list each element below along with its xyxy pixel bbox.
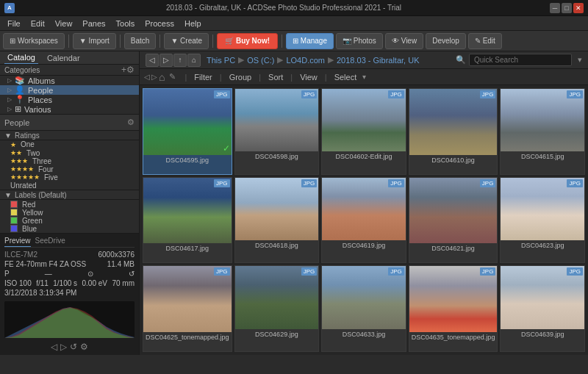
rating-unrated[interactable]: Unrated bbox=[0, 181, 139, 190]
breadcrumb-folder[interactable]: 2018.03 - Gibraltar, UK bbox=[337, 56, 420, 65]
categories-label: Categories bbox=[4, 66, 121, 74]
ratings-header[interactable]: ▼ Ratings bbox=[0, 130, 139, 140]
photo-thumbnail: JPG bbox=[235, 89, 319, 151]
sort-btn[interactable]: Sort bbox=[264, 72, 287, 82]
buy-now-button[interactable]: 🛒 Buy Now! bbox=[217, 33, 278, 49]
create-button[interactable]: ▼ Create bbox=[164, 33, 209, 49]
preview-tabs: Preview SeeDrive bbox=[4, 237, 135, 248]
filter-btn[interactable]: Filter bbox=[190, 72, 216, 82]
nav-back-button[interactable]: ◁ bbox=[146, 54, 159, 67]
menu-file[interactable]: File bbox=[3, 18, 25, 29]
photo-cell[interactable]: JPGDSC04617.jpg bbox=[143, 177, 232, 264]
preview-refresh[interactable]: ↺ bbox=[70, 342, 77, 352]
rating-five[interactable]: ★★★★★ Five bbox=[0, 173, 139, 181]
photo-cell[interactable]: JPGDSC04602-Edit.jpg bbox=[321, 88, 406, 175]
menu-help[interactable]: Help bbox=[180, 18, 206, 29]
labels-header[interactable]: ▼ Labels (Default) bbox=[0, 190, 139, 200]
photo-cell[interactable]: JPGDSC04633.jpg bbox=[321, 265, 406, 352]
breadcrumb-thispc[interactable]: This PC bbox=[207, 56, 235, 65]
group-btn[interactable]: Group bbox=[225, 72, 257, 82]
rating-three[interactable]: ★★★ Three bbox=[0, 157, 139, 165]
label-yellow[interactable]: Yellow bbox=[0, 209, 139, 217]
photo-cell[interactable]: JPGDSC04615.jpg bbox=[500, 88, 585, 175]
preview-settings[interactable]: ⚙ bbox=[80, 342, 88, 352]
meta-camera-settings: ISO 100 f/11 1/100 s 0.00 eV 70 mm bbox=[4, 279, 135, 287]
nav-home-button[interactable]: ⌂ bbox=[187, 54, 201, 67]
menu-view[interactable]: View bbox=[51, 18, 77, 29]
photo-cell[interactable]: JPGDSC04610.jpg bbox=[409, 88, 498, 175]
workspaces-button[interactable]: ⊞ Workspaces bbox=[3, 33, 65, 49]
toolbar-sep-2 bbox=[120, 35, 121, 48]
nav-forward-button[interactable]: ▷ bbox=[159, 54, 173, 67]
photo-cell[interactable]: JPGDSC04623.jpg bbox=[500, 177, 585, 264]
photos-button[interactable]: 📷 Photos bbox=[336, 33, 383, 49]
rating-two[interactable]: ★★ Two bbox=[0, 148, 139, 157]
catalog-tab[interactable]: Catalog bbox=[4, 51, 38, 64]
breadcrumb-bar: ◁ ▷ ↑ ⌂ This PC ▶ OS (C:) ▶ LO4D.com ▶ 2… bbox=[140, 51, 588, 69]
photo-name: DSC04602-Edit.jpg bbox=[322, 151, 406, 162]
window-title: 2018.03 - Gibraltar, UK - ACDSee Photo S… bbox=[18, 4, 550, 12]
category-places[interactable]: ▷ 📍 Places bbox=[0, 95, 139, 104]
options-icon[interactable]: ▾ bbox=[578, 55, 582, 65]
categories-add-icon[interactable]: + bbox=[121, 65, 126, 75]
category-people[interactable]: ▷ 👤 People bbox=[0, 85, 139, 95]
preview-nav-next[interactable]: ▷ bbox=[60, 342, 67, 352]
people-gear-icon[interactable]: ⚙ bbox=[127, 118, 135, 127]
rating-one[interactable]: ★ One bbox=[0, 140, 139, 148]
photo-cell[interactable]: JPGDSC04629.jpg bbox=[234, 265, 320, 352]
photo-cell[interactable]: JPGDSC04639.jpg bbox=[500, 265, 585, 352]
select-btn[interactable]: Select bbox=[330, 72, 362, 82]
menu-process[interactable]: Process bbox=[140, 18, 179, 29]
seedrive-tab[interactable]: SeeDrive bbox=[35, 237, 65, 247]
menu-edit[interactable]: Edit bbox=[26, 18, 49, 29]
photo-cell[interactable]: JPGDSC04598.jpg bbox=[234, 88, 320, 175]
develop-button[interactable]: Develop bbox=[426, 33, 466, 49]
rating-four[interactable]: ★★★★ Four bbox=[0, 165, 139, 173]
menu-tools[interactable]: Tools bbox=[112, 18, 140, 29]
category-albums[interactable]: ▷ 📚 Albums bbox=[0, 76, 139, 85]
label-red[interactable]: Red bbox=[0, 200, 139, 208]
photo-thumbnail: JPG bbox=[322, 266, 406, 328]
photo-badge: JPG bbox=[214, 267, 230, 276]
view-button[interactable]: 👁 View bbox=[385, 33, 423, 49]
photo-cell[interactable]: JPGDSC04619.jpg bbox=[321, 177, 406, 264]
meta-date: 3/12/2018 3:19:34 PM bbox=[4, 289, 135, 297]
photo-cell[interactable]: JPGDSC04625_tonemapped.jpg bbox=[143, 265, 232, 352]
filter-dropdown-icon[interactable]: ▾ bbox=[362, 73, 366, 81]
maximize-button[interactable]: □ bbox=[562, 3, 572, 13]
view-btn[interactable]: View bbox=[295, 72, 322, 82]
preview-tab[interactable]: Preview bbox=[4, 237, 31, 247]
photo-cell[interactable]: JPGDSC04618.jpg bbox=[234, 177, 320, 264]
batch-button[interactable]: Batch bbox=[124, 33, 157, 49]
close-button[interactable]: ✕ bbox=[573, 3, 584, 13]
label-green[interactable]: Green bbox=[0, 217, 139, 225]
breadcrumb-osc[interactable]: OS (C:) bbox=[247, 56, 274, 65]
breadcrumb-lo4d[interactable]: LO4D.com bbox=[286, 56, 325, 65]
label-blue-color bbox=[10, 225, 18, 232]
nav-up-button[interactable]: ↑ bbox=[173, 54, 187, 67]
photo-badge: JPG bbox=[480, 267, 496, 276]
categories-gear-icon[interactable]: ⚙ bbox=[126, 65, 135, 75]
category-various[interactable]: ▷ ⊞ Various bbox=[0, 104, 139, 114]
preview-panel: Preview SeeDrive ILCE-7M2 6000x3376 FE 2… bbox=[0, 233, 139, 355]
calendar-tab[interactable]: Calendar bbox=[44, 52, 83, 64]
photo-cell[interactable]: JPG✓DSC04595.jpg bbox=[143, 88, 232, 175]
toolbar-sep-1 bbox=[68, 35, 69, 48]
label-green-color bbox=[10, 217, 18, 224]
photo-cell[interactable]: JPGDSC04635_tonemapped.jpg bbox=[409, 265, 498, 352]
manage-button[interactable]: ⊞ Manage bbox=[286, 33, 334, 49]
photo-cell[interactable]: JPGDSC04621.jpg bbox=[409, 177, 498, 264]
search-input[interactable] bbox=[469, 54, 572, 66]
people-section: People ⚙ bbox=[0, 114, 139, 130]
photo-thumbnail: JPG✓ bbox=[143, 89, 232, 155]
preview-nav-prev[interactable]: ◁ bbox=[51, 342, 57, 352]
minimize-button[interactable]: ─ bbox=[550, 3, 560, 13]
edit-button[interactable]: ✎ Edit bbox=[468, 33, 502, 49]
photo-badge: JPG bbox=[567, 267, 583, 276]
import-button[interactable]: ▼ Import bbox=[73, 33, 116, 49]
photo-name: DSC04635_tonemapped.jpg bbox=[409, 332, 498, 342]
label-blue[interactable]: Blue bbox=[0, 225, 139, 233]
toolbar-sep-3 bbox=[159, 35, 160, 48]
menu-panes[interactable]: Panes bbox=[78, 18, 110, 29]
photo-name: DSC04621.jpg bbox=[409, 243, 498, 253]
